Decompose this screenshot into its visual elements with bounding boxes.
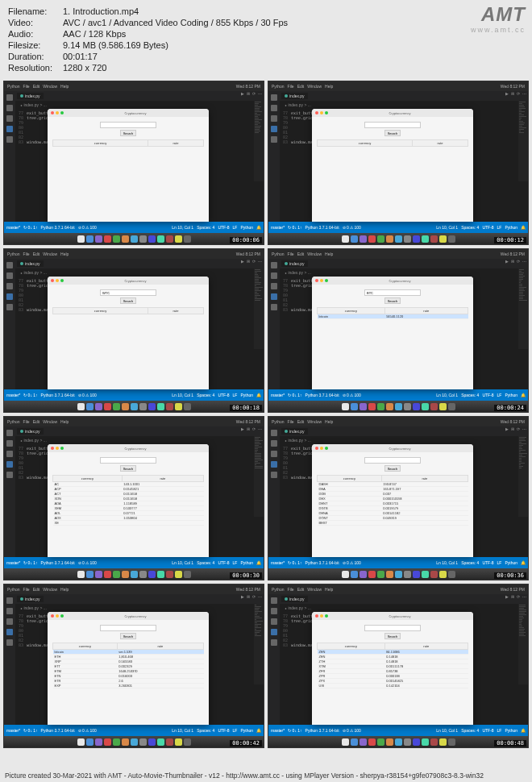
traffic-light-green[interactable] [60, 279, 64, 282]
dock-app-icon[interactable] [139, 738, 147, 746]
table-header[interactable]: rate [384, 308, 468, 314]
traffic-light-yellow[interactable] [56, 614, 59, 618]
eol[interactable]: LF [497, 225, 502, 230]
git-branch[interactable]: master* [6, 560, 20, 565]
cursor-position[interactable]: Ln 10, Col 1 [436, 560, 458, 565]
action-icon[interactable]: ⟳ [517, 426, 520, 431]
dock-app-icon[interactable] [448, 403, 455, 410]
minimap[interactable] [254, 436, 264, 517]
extensions-icon[interactable] [6, 304, 13, 310]
editor-tab[interactable]: index.py [17, 260, 44, 267]
notification-icon[interactable]: 🔔 [521, 560, 526, 565]
breadcrumb[interactable]: ⬥ index.py > ... [280, 101, 528, 109]
search-input[interactable] [364, 457, 421, 464]
error-count[interactable]: ⊘ 0 ⚠ 100 [343, 728, 361, 733]
search-icon[interactable] [271, 105, 277, 111]
indent[interactable]: Spaces: 4 [461, 728, 479, 733]
action-icon[interactable]: ▶ [505, 91, 509, 96]
dock-app-icon[interactable] [122, 403, 129, 410]
search-input[interactable] [364, 122, 421, 128]
search-input[interactable] [100, 289, 156, 296]
dock-app-icon[interactable] [448, 235, 455, 243]
dock-app-icon[interactable] [77, 235, 85, 243]
dock-app-icon[interactable] [386, 403, 393, 410]
action-icon[interactable]: ⋯ [522, 91, 526, 96]
table-row[interactable]: XE [53, 521, 204, 526]
traffic-light-red[interactable] [315, 111, 318, 114]
dock-app-icon[interactable] [131, 235, 138, 243]
menu-item[interactable]: Edit [33, 252, 40, 256]
encoding[interactable]: UTF-8 [218, 560, 229, 565]
dock-app-icon[interactable] [77, 403, 85, 410]
dock-app-icon[interactable] [95, 571, 102, 578]
breadcrumb[interactable]: ⬥ index.py > ... [15, 436, 264, 444]
table-header[interactable]: currency [53, 476, 123, 482]
traffic-light-green[interactable] [325, 111, 328, 114]
dock-app-icon[interactable] [342, 738, 349, 746]
menu-item[interactable]: Help [325, 84, 333, 89]
dock-app-icon[interactable] [351, 738, 358, 746]
action-icon[interactable]: ⋯ [258, 259, 262, 264]
python-version[interactable]: Python 3.7.1 64-bit [41, 728, 75, 733]
indent[interactable]: Spaces: 4 [197, 560, 214, 565]
dock-app-icon[interactable] [166, 235, 173, 243]
dock-app-icon[interactable] [166, 403, 173, 410]
action-icon[interactable]: ⟳ [252, 426, 256, 431]
dock-app-icon[interactable] [377, 235, 384, 243]
dock-app-icon[interactable] [131, 571, 138, 578]
menu-item[interactable]: File [288, 587, 294, 592]
dock-app-icon[interactable] [113, 235, 120, 243]
dock-app-icon[interactable] [413, 738, 420, 746]
menu-item[interactable]: Edit [33, 84, 40, 89]
debug-icon[interactable] [271, 461, 277, 468]
cursor-position[interactable]: Ln 10, Col 1 [436, 728, 458, 733]
action-icon[interactable]: ⟳ [517, 594, 520, 599]
traffic-light-red[interactable] [51, 614, 54, 618]
debug-icon[interactable] [271, 629, 277, 635]
menu-item[interactable]: File [288, 252, 294, 256]
menu-item[interactable]: Window [43, 419, 57, 424]
files-icon[interactable] [6, 94, 13, 101]
eol[interactable]: LF [233, 225, 238, 230]
extensions-icon[interactable] [271, 304, 277, 310]
files-icon[interactable] [271, 430, 277, 436]
traffic-light-green[interactable] [60, 614, 64, 618]
menu-item[interactable]: File [23, 587, 30, 592]
dock-app-icon[interactable] [175, 235, 182, 243]
dock-app-icon[interactable] [422, 235, 429, 243]
search-icon[interactable] [6, 272, 13, 279]
breadcrumb[interactable]: ⬥ index.py > ... [15, 101, 264, 109]
encoding[interactable]: UTF-8 [218, 225, 229, 230]
sync-status[interactable]: ↻ 0↓ 1↑ [288, 225, 301, 230]
git-branch[interactable]: master* [6, 225, 20, 230]
dock-app-icon[interactable] [122, 235, 129, 243]
traffic-light-red[interactable] [51, 111, 54, 114]
dock-app-icon[interactable] [422, 403, 429, 410]
encoding[interactable]: UTF-8 [482, 225, 493, 230]
editor-tab[interactable]: index.py [281, 93, 308, 99]
eol[interactable]: LF [497, 728, 502, 733]
dock-app-icon[interactable] [395, 235, 402, 243]
menu-item[interactable]: Python [7, 84, 20, 89]
search-button[interactable]: Search [120, 297, 137, 304]
sync-status[interactable]: ↻ 0↓ 1↑ [23, 560, 37, 565]
debug-icon[interactable] [6, 126, 13, 132]
menu-item[interactable]: Window [43, 252, 57, 256]
menu-item[interactable]: Edit [33, 587, 40, 592]
dock-app-icon[interactable] [368, 235, 376, 243]
menu-item[interactable]: Window [307, 419, 322, 424]
dock-app-icon[interactable] [175, 403, 182, 410]
sync-status[interactable]: ↻ 0↓ 1↑ [288, 728, 301, 733]
eol[interactable]: LF [233, 393, 238, 397]
action-icon[interactable]: ⊞ [247, 91, 250, 96]
search-input[interactable] [100, 625, 156, 631]
encoding[interactable]: UTF-8 [482, 728, 493, 733]
dock-app-icon[interactable] [77, 738, 85, 746]
minimap[interactable] [518, 604, 528, 684]
table-header[interactable]: currency [53, 140, 148, 147]
dock-app-icon[interactable] [86, 738, 94, 746]
dock-app-icon[interactable] [351, 235, 358, 243]
traffic-light-green[interactable] [60, 111, 64, 114]
traffic-light-yellow[interactable] [56, 279, 59, 282]
sync-status[interactable]: ↻ 0↓ 1↑ [23, 728, 37, 733]
